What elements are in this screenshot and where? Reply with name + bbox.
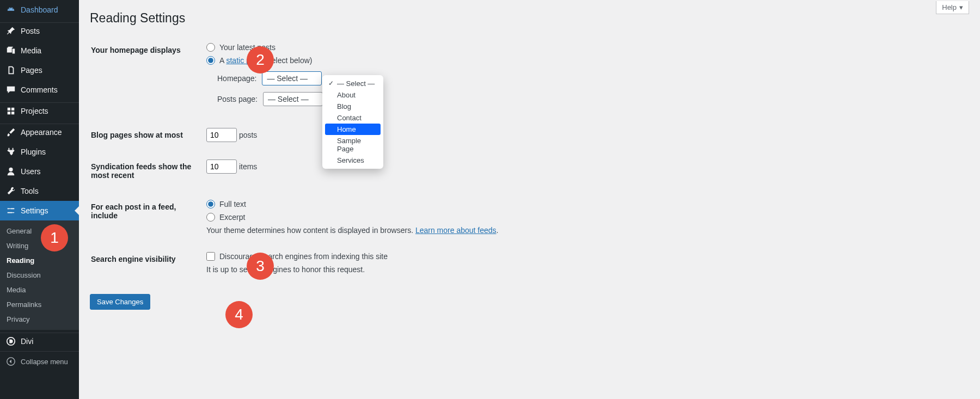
pin-icon (5, 26, 16, 36)
media-icon (5, 45, 16, 56)
collapse-icon (5, 356, 16, 367)
help-label: Help (942, 3, 957, 11)
annotation-badge-1: 1 (41, 224, 68, 251)
checkbox-discourage-search[interactable] (206, 252, 215, 261)
posts-page-select-label: Posts page: (217, 95, 258, 103)
radio-excerpt[interactable] (206, 213, 215, 222)
comment-icon (5, 84, 16, 95)
annotation-badge-4: 4 (225, 301, 253, 328)
checkbox-discourage-label: Discourage search engines from indexing … (219, 252, 388, 261)
sidebar-item-label: Posts (21, 27, 40, 35)
sidebar-item-label: Tools (21, 187, 39, 195)
sidebar-item-dashboard[interactable]: Dashboard (0, 0, 79, 20)
sidebar-item-label: Settings (21, 206, 48, 215)
submenu-reading[interactable]: Reading (0, 253, 79, 268)
feed-desc-prefix: Your theme determines how content is dis… (206, 226, 413, 235)
feed-learn-more-link[interactable]: Learn more about feeds (415, 226, 497, 235)
dropdown-option-services[interactable]: Services (325, 155, 381, 166)
search-desc: It is up to search engines to honor this… (206, 265, 963, 274)
dropdown-option-sample-page[interactable]: Sample Page (325, 135, 381, 155)
blog-pages-unit: posts (239, 131, 257, 139)
wrench-icon (5, 186, 16, 197)
sidebar-item-media[interactable]: Media (0, 41, 79, 60)
radio-latest-posts[interactable] (206, 43, 215, 52)
sidebar-item-label: Divi (21, 337, 33, 346)
page-title: Reading Settings (90, 0, 969, 34)
blog-pages-input[interactable] (206, 128, 237, 142)
posts-page-select[interactable]: — Select — (263, 92, 323, 106)
sidebar-item-pages[interactable]: Pages (0, 60, 79, 80)
homepage-displays-heading: Your homepage displays (91, 35, 200, 119)
annotation-badge-3: 3 (247, 253, 274, 280)
radio-full-text[interactable] (206, 200, 215, 208)
blog-pages-heading: Blog pages show at most (91, 120, 200, 150)
radio-full-text-label: Full text (219, 200, 246, 208)
sliders-icon (5, 205, 16, 216)
submenu-discussion[interactable]: Discussion (0, 268, 79, 283)
collapse-label: Collapse menu (21, 358, 68, 366)
radio-static-page[interactable] (206, 56, 215, 65)
sidebar-item-label: Pages (21, 66, 42, 75)
chevron-down-icon: ▾ (959, 3, 963, 11)
sidebar-item-label: Dashboard (21, 5, 58, 14)
sidebar-item-label: Appearance (21, 128, 62, 137)
annotation-badge-2: 2 (247, 46, 274, 73)
submenu-privacy[interactable]: Privacy (0, 312, 79, 327)
static-prefix: A (219, 56, 224, 65)
sidebar-item-divi[interactable]: Divi (0, 333, 79, 351)
dropdown-option-about[interactable]: About (325, 89, 381, 101)
dropdown-option-select[interactable]: — Select — (325, 78, 381, 89)
sidebar-item-tools[interactable]: Tools (0, 181, 79, 201)
sidebar-item-projects[interactable]: Projects (0, 102, 79, 121)
sidebar-item-label: Users (21, 167, 41, 176)
sidebar-item-label: Media (21, 46, 41, 55)
collapse-menu[interactable]: Collapse menu (0, 351, 79, 371)
radio-excerpt-label: Excerpt (219, 213, 245, 222)
admin-sidebar: Dashboard Posts Media Pages Comments Pro… (0, 0, 79, 399)
sidebar-item-label: Comments (21, 85, 58, 94)
sidebar-item-users[interactable]: Users (0, 162, 79, 181)
sidebar-item-label: Plugins (21, 148, 46, 156)
sidebar-item-label: Projects (21, 107, 48, 115)
save-changes-button[interactable]: Save Changes (90, 294, 150, 310)
brush-icon (5, 127, 16, 138)
syndication-unit: items (239, 162, 257, 171)
sidebar-item-appearance[interactable]: Appearance (0, 124, 79, 142)
homepage-select-label: Homepage: (217, 74, 256, 83)
syndication-input[interactable] (206, 159, 237, 174)
feed-post-heading: For each post in a feed, include (91, 192, 200, 243)
dropdown-option-blog[interactable]: Blog (325, 101, 381, 112)
dropdown-option-home[interactable]: Home (325, 124, 381, 135)
dropdown-option-contact[interactable]: Contact (325, 112, 381, 124)
submenu-permalinks[interactable]: Permalinks (0, 297, 79, 312)
content-area: Help ▾ Reading Settings Your homepage di… (79, 0, 980, 399)
dashboard-icon (5, 4, 16, 15)
search-visibility-heading: Search engine visibility (91, 244, 200, 282)
plug-icon (5, 146, 16, 157)
divi-icon (5, 336, 16, 347)
sidebar-item-plugins[interactable]: Plugins (0, 142, 79, 162)
syndication-heading: Syndication feeds show the most recent (91, 151, 200, 191)
pages-icon (5, 65, 16, 76)
sidebar-item-settings[interactable]: Settings (0, 201, 79, 220)
sidebar-item-comments[interactable]: Comments (0, 80, 79, 100)
submenu-media[interactable]: Media (0, 283, 79, 297)
sidebar-item-posts[interactable]: Posts (0, 22, 79, 41)
user-icon (5, 166, 16, 177)
homepage-select[interactable]: — Select — (262, 71, 322, 85)
feed-desc-suffix: . (497, 226, 499, 235)
help-tab[interactable]: Help ▾ (936, 1, 969, 14)
homepage-dropdown-open: — Select — About Blog Contact Home Sampl… (322, 75, 383, 169)
projects-icon (5, 106, 16, 116)
